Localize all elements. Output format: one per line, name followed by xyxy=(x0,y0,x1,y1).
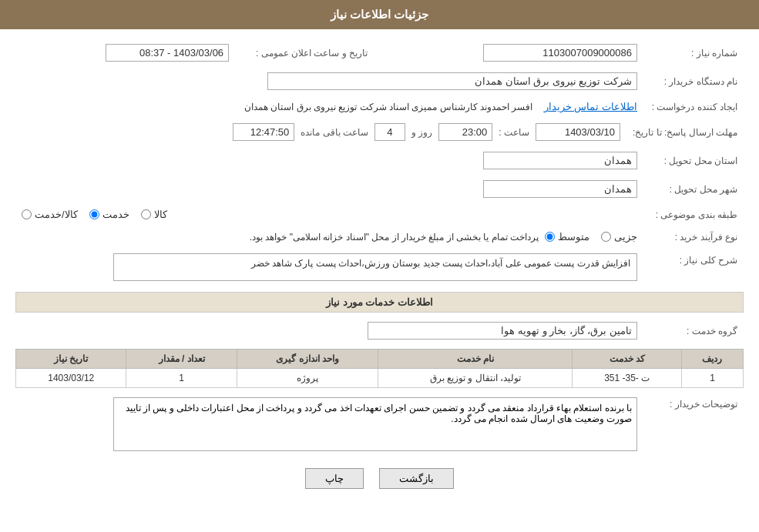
service-group-value: تامین برق، گاز، بخار و تهویه هوا xyxy=(368,322,637,340)
purchase-type-jozei[interactable]: جزیی xyxy=(601,231,637,243)
category-radio-group: کالا/خدمت خدمت کالا xyxy=(22,209,637,220)
deadline-time-label: ساعت : xyxy=(499,127,529,138)
deadline-time: 23:00 xyxy=(438,123,492,141)
category-khadamat-radio[interactable] xyxy=(89,209,99,219)
deadline-remaining: 12:47:50 xyxy=(233,123,294,141)
cell-quantity: 1 xyxy=(126,369,237,388)
cell-unit: پروژه xyxy=(237,369,378,388)
purchase-type-radio-group: متوسط جزیی xyxy=(545,231,637,243)
deadline-date: 1403/03/10 xyxy=(536,123,620,141)
purchase-type-label: نوع فرآیند خرید : xyxy=(643,228,744,246)
purchase-motavasset-radio[interactable] xyxy=(545,232,555,242)
buyer-notes-value[interactable] xyxy=(113,397,637,451)
creator-link[interactable]: اطلاعات تماس خریدار xyxy=(544,101,637,112)
delivery-province-value: همدان xyxy=(483,152,637,169)
col-date: تاریخ نیاز xyxy=(16,350,126,369)
creator-value: افسر احمدوند کارشناس ممیزی اسناد شرکت تو… xyxy=(244,102,532,112)
service-group-label: گروه خدمت : xyxy=(643,319,744,343)
category-label: طبقه بندی موضوعی : xyxy=(643,206,744,223)
delivery-city-label: شهر محل تحویل : xyxy=(643,177,744,201)
deadline-days: 4 xyxy=(374,123,405,141)
need-number-label: شماره نیاز : xyxy=(643,41,744,65)
category-khadamat-label: خدمت xyxy=(102,209,129,220)
col-row: ردیف xyxy=(681,350,743,369)
need-description-label: شرح کلی نیاز : xyxy=(643,250,744,284)
creator-label: ایجاد کننده درخواست : xyxy=(643,98,744,115)
category-kala-khadamat-label: کالا/خدمت xyxy=(35,209,78,220)
purchase-jozei-label: جزیی xyxy=(614,231,637,243)
buttons-row: بازگشت چاپ xyxy=(15,468,744,489)
table-row: 1ت -35- 351تولید، انتقال و توزیع برقپروژ… xyxy=(16,369,744,388)
buyer-org-value: شرکت توزیع نیروی برق استان همدان xyxy=(267,72,637,90)
col-quantity: تعداد / مقدار xyxy=(126,350,237,369)
category-option-kala[interactable]: کالا xyxy=(141,209,167,220)
print-button[interactable]: چاپ xyxy=(305,468,364,489)
announce-label: تاریخ و ساعت اعلان عمومی : xyxy=(256,48,368,59)
cell-date: 1403/03/12 xyxy=(16,369,126,388)
cell-code: ت -35- 351 xyxy=(573,369,682,388)
category-kala-label: کالا xyxy=(154,209,167,220)
announce-value: 1403/03/06 - 08:37 xyxy=(106,44,229,62)
need-number-value: 1103007009000086 xyxy=(483,44,637,62)
cell-name: تولید، انتقال و توزیع برق xyxy=(378,369,573,388)
buyer-org-label: نام دستگاه خریدار : xyxy=(643,69,744,93)
deadline-days-label: روز و xyxy=(411,127,432,138)
purchase-jozei-radio[interactable] xyxy=(601,232,611,242)
back-button[interactable]: بازگشت xyxy=(379,468,454,489)
delivery-province-label: استان محل تحویل : xyxy=(643,149,744,172)
buyer-notes-label: توضیحات خریدار : xyxy=(643,394,744,457)
purchase-note: پرداخت تمام یا بخشی از مبلغ خریدار از مح… xyxy=(250,232,539,243)
deadline-remaining-label: ساعت باقی مانده xyxy=(301,127,368,138)
purchase-motavasset-label: متوسط xyxy=(558,231,589,243)
purchase-type-motavasset[interactable]: متوسط xyxy=(545,231,589,243)
services-table: ردیف کد خدمت نام خدمت واحد اندازه گیری ت… xyxy=(15,349,744,388)
services-section-title: اطلاعات خدمات مورد نیاز xyxy=(15,292,744,313)
need-description-value: افزایش قدرت پست عمومی علی آباد،احداث پست… xyxy=(113,253,637,281)
col-name: نام خدمت xyxy=(378,350,573,369)
col-unit: واحد اندازه گیری xyxy=(237,350,378,369)
page-title: جزئیات اطلاعات نیاز xyxy=(0,0,759,29)
category-option-khadamat[interactable]: خدمت xyxy=(89,209,129,220)
category-kala-khadamat-radio[interactable] xyxy=(22,209,32,219)
category-option-kala-khadamat[interactable]: کالا/خدمت xyxy=(22,209,78,220)
col-code: کد خدمت xyxy=(573,350,682,369)
category-kala-radio[interactable] xyxy=(141,209,151,219)
cell-row: 1 xyxy=(681,369,743,388)
deadline-label: مهلت ارسال پاسخ: تا تاریخ: xyxy=(626,120,744,144)
delivery-city-value: همدان xyxy=(483,180,637,198)
